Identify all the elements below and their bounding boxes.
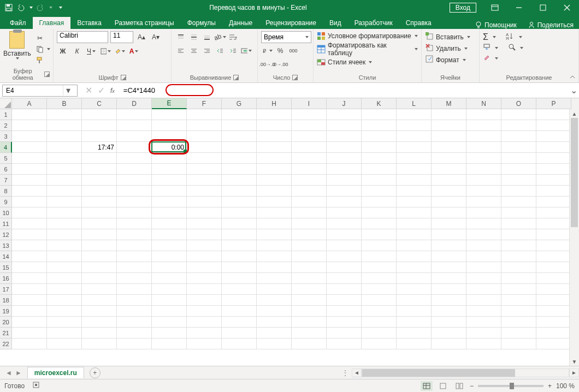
sort-filter-dropdown-icon[interactable] [519,36,522,38]
cell-P4[interactable] [536,142,571,153]
cell-O2[interactable] [501,120,536,131]
tab-insert[interactable]: Вставка [70,17,108,29]
cell-L20[interactable] [397,317,432,328]
cell-M10[interactable] [432,207,466,218]
accounting-dropdown-icon[interactable] [269,50,273,52]
row-header-2[interactable]: 2 [0,120,12,131]
cell-H21[interactable] [257,328,292,338]
cell-B14[interactable] [47,251,82,262]
cell-G21[interactable] [222,328,257,338]
cell-H9[interactable] [257,197,292,207]
cell-L9[interactable] [397,197,432,207]
cell-A14[interactable] [12,251,47,262]
clear-dropdown-icon[interactable] [495,57,498,60]
cell-G17[interactable] [222,284,257,295]
clipboard-dialog-launcher[interactable] [44,72,50,77]
cell-B19[interactable] [47,306,82,317]
fill-button[interactable] [483,43,491,52]
cell-O6[interactable] [501,164,536,175]
cell-N21[interactable] [466,328,501,338]
row-header-22[interactable]: 22 [0,338,12,349]
cell-K6[interactable] [362,164,397,175]
cell-L19[interactable] [397,306,432,317]
cell-I3[interactable] [292,131,327,142]
cell-N8[interactable] [466,186,501,197]
cell-K3[interactable] [362,131,397,142]
paste-dropdown-icon[interactable] [16,57,19,60]
cell-E3[interactable] [152,131,187,142]
cell-I13[interactable] [292,240,327,251]
cell-E17[interactable] [152,284,187,295]
cell-B18[interactable] [47,295,82,306]
cell-B1[interactable] [47,109,82,120]
scroll-down-button[interactable]: ▼ [570,357,579,366]
tab-formulas[interactable]: Формулы [181,17,222,29]
cell-M11[interactable] [432,218,466,229]
align-right-button[interactable] [201,45,213,57]
cell-H19[interactable] [257,306,292,317]
cell-F13[interactable] [187,240,222,251]
cell-P16[interactable] [536,273,571,284]
row-header-15[interactable]: 15 [0,262,12,273]
delete-cells-button[interactable]: Удалить [425,43,476,54]
format-cells-button[interactable]: Формат [425,54,476,66]
page-break-view-button[interactable] [453,381,465,391]
collapse-ribbon-button[interactable] [568,73,577,81]
cell-D21[interactable] [117,328,152,338]
comma-format-button[interactable]: 000 [287,45,299,57]
cell-L7[interactable] [397,175,432,186]
tab-data[interactable]: Данные [222,17,259,29]
cell-F8[interactable] [187,186,222,197]
percent-format-button[interactable]: % [274,45,286,57]
cell-K7[interactable] [362,175,397,186]
cell-F17[interactable] [187,284,222,295]
cell-A4[interactable] [12,142,47,153]
row-header-20[interactable]: 20 [0,317,12,328]
autosum-dropdown-icon[interactable] [493,36,496,38]
align-bottom-button[interactable] [201,31,213,43]
cell-J9[interactable] [327,197,362,207]
cell-G15[interactable] [222,262,257,273]
cell-L17[interactable] [397,284,432,295]
cell-L11[interactable] [397,218,432,229]
row-header-9[interactable]: 9 [0,197,12,207]
cell-A6[interactable] [12,164,47,175]
cell-B9[interactable] [47,197,82,207]
cell-C22[interactable] [82,338,117,349]
cell-P10[interactable] [536,207,571,218]
cell-G20[interactable] [222,317,257,328]
cell-J16[interactable] [327,273,362,284]
cell-H1[interactable] [257,109,292,120]
cell-N2[interactable] [466,120,501,131]
cell-P9[interactable] [536,197,571,207]
column-header-D[interactable]: D [117,98,152,109]
cell-D13[interactable] [117,240,152,251]
cell-C12[interactable] [82,229,117,240]
cell-N18[interactable] [466,295,501,306]
cell-C18[interactable] [82,295,117,306]
row-header-19[interactable]: 19 [0,306,12,317]
cell-I8[interactable] [292,186,327,197]
cell-F14[interactable] [187,251,222,262]
cell-M5[interactable] [432,153,466,164]
bold-button[interactable]: Ж [57,45,69,57]
cell-H10[interactable] [257,207,292,218]
cell-E18[interactable] [152,295,187,306]
cell-O1[interactable] [501,109,536,120]
cell-B2[interactable] [47,120,82,131]
delete-cells-dropdown-icon[interactable] [464,47,468,50]
cell-C2[interactable] [82,120,117,131]
cell-D22[interactable] [117,338,152,349]
add-sheet-button[interactable]: + [90,367,101,378]
column-header-H[interactable]: H [257,98,292,109]
cell-F12[interactable] [187,229,222,240]
cell-styles-button[interactable]: Стили ячеек [317,57,418,67]
cell-K2[interactable] [362,120,397,131]
align-top-button[interactable] [175,31,187,43]
format-cells-dropdown-icon[interactable] [463,59,466,61]
cell-J20[interactable] [327,317,362,328]
cell-M18[interactable] [432,295,466,306]
cell-N22[interactable] [466,338,501,349]
cell-D12[interactable] [117,229,152,240]
cell-N7[interactable] [466,175,501,186]
